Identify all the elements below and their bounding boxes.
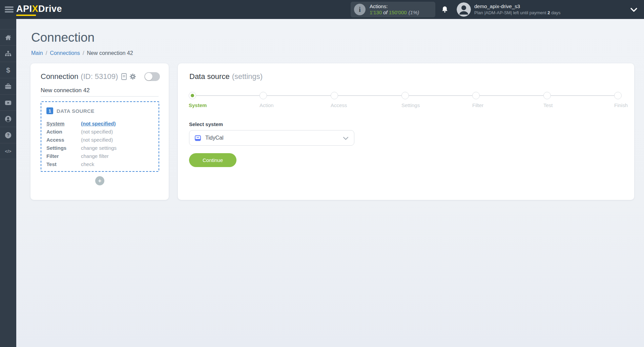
settings-card-subtitle: (settings) xyxy=(232,72,263,81)
bell-icon[interactable] xyxy=(441,5,449,14)
summary-row-settings: Settings change settings xyxy=(46,144,155,152)
row-value[interactable]: (not specified) xyxy=(81,120,116,128)
summary-row-action: Action (not specified) xyxy=(46,128,155,136)
step-circle-filter[interactable] xyxy=(472,92,480,99)
select-system-label: Select system xyxy=(189,121,223,127)
connection-enable-toggle[interactable] xyxy=(144,72,160,81)
step-circle-action[interactable] xyxy=(259,92,267,99)
step-circle-system[interactable] xyxy=(189,92,196,99)
actions-usage: 1'130of150'000(1%) xyxy=(370,10,419,15)
step-circle-test[interactable] xyxy=(543,92,551,99)
breadcrumb-connections[interactable]: Connections xyxy=(50,50,80,56)
row-label: Test xyxy=(46,160,81,168)
summary-row-test: Test check xyxy=(46,160,155,168)
system-select[interactable]: TidyCal xyxy=(189,130,354,146)
row-value: change settings xyxy=(81,144,117,152)
sidebar-item-video[interactable] xyxy=(0,94,16,110)
actions-counter[interactable]: i Actions: 1'130of150'000(1%) xyxy=(351,2,435,17)
breadcrumb: Main/Connections/New connection 42 xyxy=(31,50,133,56)
app-logo[interactable]: APIXDrive xyxy=(16,4,62,14)
sitemap-icon xyxy=(4,50,12,58)
logo-underline xyxy=(16,15,36,16)
plan-days-suffix: days xyxy=(550,10,561,15)
sidebar-item-services[interactable] xyxy=(0,78,16,94)
add-step-button[interactable]: + xyxy=(95,176,104,185)
user-menu[interactable]: demo_apix-drive_s3 Plan |ADM-AP-SM| left… xyxy=(474,3,561,16)
home-icon xyxy=(4,34,12,41)
step-label-filter[interactable]: Filter xyxy=(472,102,483,108)
continue-button[interactable]: Continue xyxy=(189,153,236,167)
summary-row-access: Access (not specified) xyxy=(46,136,155,144)
user-circle-icon xyxy=(4,115,12,123)
row-value: (not specified) xyxy=(81,128,113,136)
breadcrumb-current: New connection 42 xyxy=(87,50,133,56)
step-label-settings[interactable]: Settings xyxy=(401,102,420,108)
question-icon: ? xyxy=(4,131,12,139)
summary-row-filter: Filter change filter xyxy=(46,152,155,160)
logo-drive: Drive xyxy=(38,4,62,14)
youtube-icon xyxy=(4,99,12,106)
row-label: Filter xyxy=(46,152,81,160)
sidebar-item-billing[interactable]: $ xyxy=(0,62,16,78)
page-title: Connection xyxy=(31,30,95,45)
step-circle-finish[interactable] xyxy=(614,92,622,99)
briefcase-icon xyxy=(4,83,12,90)
connection-card-title: Connection xyxy=(41,72,78,81)
dollar-icon: $ xyxy=(6,66,10,74)
settings-card-title: Data source xyxy=(189,72,230,81)
row-value: (not specified) xyxy=(81,136,113,144)
breadcrumb-separator: / xyxy=(80,50,87,56)
user-name: demo_apix-drive_s3 xyxy=(474,3,561,9)
step-label-test[interactable]: Test xyxy=(543,102,553,108)
row-label: Settings xyxy=(46,144,81,152)
avatar[interactable] xyxy=(457,2,471,17)
user-plan: Plan |ADM-AP-SM| left until payment 2 da… xyxy=(474,10,561,16)
document-icon[interactable] xyxy=(121,73,127,80)
topbar: APIXDrive i Actions: 1'130of150'000(1%) … xyxy=(0,0,644,19)
actions-used: 1'130 xyxy=(370,9,382,15)
user-icon xyxy=(457,2,471,17)
sidebar-item-help[interactable]: ? xyxy=(0,127,16,143)
info-icon: i xyxy=(354,4,366,15)
code-icon: </> xyxy=(5,149,12,154)
row-label[interactable]: System xyxy=(46,120,81,128)
toggle-knob xyxy=(145,73,152,80)
row-label: Action xyxy=(46,128,81,136)
sidebar-item-connections[interactable] xyxy=(0,45,16,62)
data-source-block[interactable]: 1 DATA SOURCE System (not specified) Act… xyxy=(41,101,159,172)
data-source-section-title: DATA SOURCE xyxy=(57,108,95,114)
row-value: change filter xyxy=(81,152,109,160)
plan-text: Plan |ADM-AP-SM| left until payment xyxy=(474,10,547,15)
svg-text:?: ? xyxy=(7,133,9,138)
connection-name: New connection 42 xyxy=(41,87,90,94)
summary-row-system: System (not specified) xyxy=(46,120,155,128)
sidebar: $ ? xyxy=(0,19,16,347)
plan-days: 2 xyxy=(547,10,550,15)
sidebar-item-home[interactable] xyxy=(0,29,16,45)
actions-label: Actions: xyxy=(370,4,419,9)
chevron-down-icon[interactable] xyxy=(630,7,638,12)
logo-x: X xyxy=(32,4,39,14)
row-value: check xyxy=(81,160,94,168)
step-label-access[interactable]: Access xyxy=(331,102,347,108)
sidebar-item-api[interactable]: </> xyxy=(0,143,16,159)
data-source-settings-card: Data source(settings) System Action Acce… xyxy=(178,63,634,200)
step-label-system[interactable]: System xyxy=(189,102,207,108)
row-label: Access xyxy=(46,136,81,144)
gear-icon[interactable] xyxy=(129,73,136,80)
breadcrumb-main[interactable]: Main xyxy=(31,50,43,56)
connection-id: (ID: 53109) xyxy=(81,72,118,81)
actions-percent: (1%) xyxy=(409,9,419,15)
sidebar-item-account[interactable] xyxy=(0,110,16,127)
step-number-badge: 1 xyxy=(46,107,53,114)
connection-summary-card: Connection (ID: 53109) New connection 42… xyxy=(30,63,169,200)
step-label-finish[interactable]: Finish xyxy=(614,102,628,108)
hamburger-menu-icon[interactable] xyxy=(5,6,14,13)
system-select-value: TidyCal xyxy=(205,135,224,141)
step-circle-settings[interactable] xyxy=(401,92,409,99)
tidycal-icon xyxy=(194,134,202,142)
step-circle-access[interactable] xyxy=(331,92,338,99)
breadcrumb-separator: / xyxy=(43,50,50,56)
divider xyxy=(41,96,159,97)
step-label-action[interactable]: Action xyxy=(259,102,274,108)
